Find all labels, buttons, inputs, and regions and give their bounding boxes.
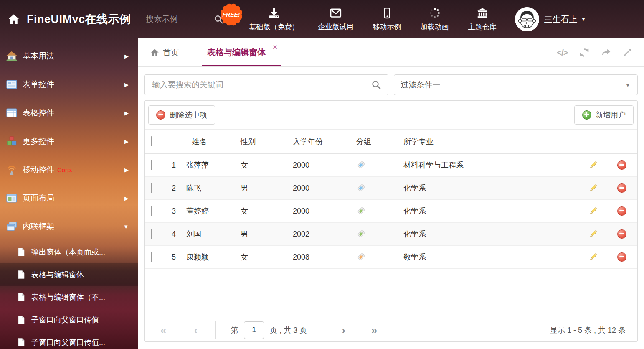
col-header-year: 入学年份 [291, 137, 355, 147]
download-icon [268, 7, 280, 19]
table-row: 2 陈飞 男 2000 化学系 [145, 177, 637, 200]
chevron-right-icon: ▶ [124, 110, 129, 116]
avatar[interactable] [515, 7, 539, 31]
prev-page-button[interactable]: ‹ [194, 325, 198, 336]
cell-name: 康颖颖 [185, 252, 239, 262]
last-page-button[interactable]: » [371, 325, 377, 336]
page-number-input[interactable] [244, 321, 264, 339]
minus-circle-icon [156, 110, 165, 120]
corp-badge: Corp. [57, 166, 73, 173]
major-link[interactable]: 化学系 [403, 184, 426, 192]
delete-button[interactable] [617, 160, 626, 170]
close-icon[interactable]: × [273, 43, 277, 51]
edit-button[interactable] [588, 252, 598, 262]
sidebar-item-label: 内联框架 [23, 221, 54, 232]
major-link[interactable]: 化学系 [403, 207, 426, 215]
add-user-button[interactable]: 新增用户 [574, 105, 634, 125]
mobile-icon [381, 7, 393, 19]
chevron-right-icon: ▶ [124, 195, 129, 201]
page-label-suffix: 页 , 共 3 页 [270, 325, 307, 335]
tag-icon [356, 160, 365, 170]
sidebar-subitem-label: 子窗口向父窗口传值... [31, 337, 105, 347]
row-checkbox[interactable] [151, 229, 152, 239]
cell-gender: 女 [239, 206, 291, 216]
row-checkbox[interactable] [151, 160, 152, 170]
cell-name: 张萍萍 [185, 160, 239, 170]
filter-dropdown[interactable]: 过滤条件一 ▼ [394, 74, 638, 95]
sidebar-item-grid-controls[interactable]: 表格控件 ▶ [0, 99, 138, 127]
sidebar-item-basic-usage[interactable]: 基本用法 ▶ [0, 42, 138, 70]
row-checkbox[interactable] [151, 206, 152, 216]
keyword-search-input[interactable] [151, 80, 371, 90]
nav-item-enterprise-trial[interactable]: 企业版试用 [318, 7, 354, 32]
edit-button[interactable] [588, 229, 598, 239]
major-link[interactable]: 材料科学与工程系 [403, 161, 464, 169]
select-all-checkbox[interactable] [151, 136, 152, 146]
bank-icon [476, 7, 489, 19]
sidebar-subitem-child-to-parent[interactable]: 子窗口向父窗口传值 [0, 308, 138, 331]
next-page-button[interactable]: › [342, 325, 345, 336]
home-colored-icon [6, 50, 18, 62]
col-header-gender: 性别 [239, 137, 291, 147]
grid-icon [6, 107, 18, 119]
delete-button[interactable] [617, 183, 626, 193]
main-content: 首页 表格与编辑窗体 × </> [138, 38, 644, 349]
nav-item-loading-anim[interactable]: 加载动画 [421, 7, 449, 32]
row-number: 1 [163, 161, 185, 170]
pencil-icon [588, 206, 598, 216]
cell-year: 2000 [291, 184, 355, 193]
divider [324, 321, 324, 339]
nav-item-label: 加载动画 [421, 22, 449, 32]
sidebar-subitem-popup-window[interactable]: 弹出窗体（本页面或... [0, 241, 138, 263]
row-number: 4 [163, 230, 185, 239]
sidebar-item-form-controls[interactable]: 表单控件 ▶ [0, 70, 138, 99]
delete-button[interactable] [617, 229, 626, 239]
chevron-right-icon: ▶ [124, 138, 129, 145]
tab-grid-edit-window[interactable]: 表格与编辑窗体 × [202, 38, 281, 66]
sidebar-item-mobile-controls[interactable]: 移动控件 Corp. ▶ [0, 155, 138, 184]
search-icon[interactable] [371, 80, 381, 90]
share-arrow-icon[interactable] [601, 47, 611, 58]
edit-button[interactable] [588, 206, 598, 216]
frames-icon [6, 221, 18, 232]
first-page-button[interactable]: « [160, 325, 166, 336]
cell-gender: 女 [239, 252, 291, 262]
edit-button[interactable] [588, 183, 598, 193]
plus-circle-icon [582, 110, 591, 120]
delete-button[interactable] [617, 206, 626, 216]
view-source-icon[interactable]: </> [557, 48, 568, 58]
free-badge: FREE! [218, 2, 244, 28]
tab-home[interactable]: 首页 [150, 38, 179, 66]
tag-icon [356, 252, 365, 262]
nav-item-theme-repo[interactable]: 主题仓库 [468, 7, 497, 32]
refresh-icon[interactable] [579, 47, 590, 58]
user-menu[interactable]: 三生石上 ▼ [515, 7, 586, 31]
sidebar-subitem-child-to-parent-2[interactable]: 子窗口向父窗口传值... [0, 331, 138, 349]
nav-item-basic-free[interactable]: FREE! 基础版（免费） [249, 7, 299, 32]
sidebar-subitem-grid-edit-window[interactable]: 表格与编辑窗体 [0, 263, 138, 286]
sidebar-subitem-grid-edit-window-2[interactable]: 表格与编辑窗体（不... [0, 286, 138, 308]
major-link[interactable]: 化学系 [403, 230, 426, 238]
top-search-input[interactable] [145, 14, 208, 24]
sidebar-item-page-layout[interactable]: 页面布局 ▶ [0, 184, 138, 212]
delete-selected-button[interactable]: 删除选中项 [148, 105, 215, 125]
major-link[interactable]: 数学系 [403, 253, 426, 261]
keyword-search-field[interactable] [144, 74, 388, 95]
nav-item-mobile-demo[interactable]: 移动示例 [373, 7, 401, 32]
edit-button[interactable] [588, 160, 598, 170]
sidebar-item-label: 表单控件 [23, 79, 54, 90]
delete-button[interactable] [617, 252, 626, 262]
row-checkbox[interactable] [151, 183, 152, 193]
sidebar-item-more-controls[interactable]: 更多控件 ▶ [0, 127, 138, 155]
col-header-group: 分组 [355, 137, 402, 147]
sidebar: 基本用法 ▶ 表单控件 ▶ 表格控件 ▶ 更多控件 ▶ 移动控件 Corp. ▶… [0, 38, 138, 349]
username[interactable]: 三生石上 [544, 14, 578, 25]
tag-icon [356, 206, 365, 216]
page-label-prefix: 第 [231, 325, 238, 335]
expand-icon[interactable] [622, 48, 632, 58]
home-icon[interactable] [7, 12, 21, 26]
table-header: 姓名 性别 入学年份 分组 所学专业 [145, 130, 637, 154]
cell-name: 刘国 [185, 229, 239, 239]
row-checkbox[interactable] [151, 252, 152, 262]
sidebar-item-iframe[interactable]: 内联框架 ▼ [0, 212, 138, 241]
